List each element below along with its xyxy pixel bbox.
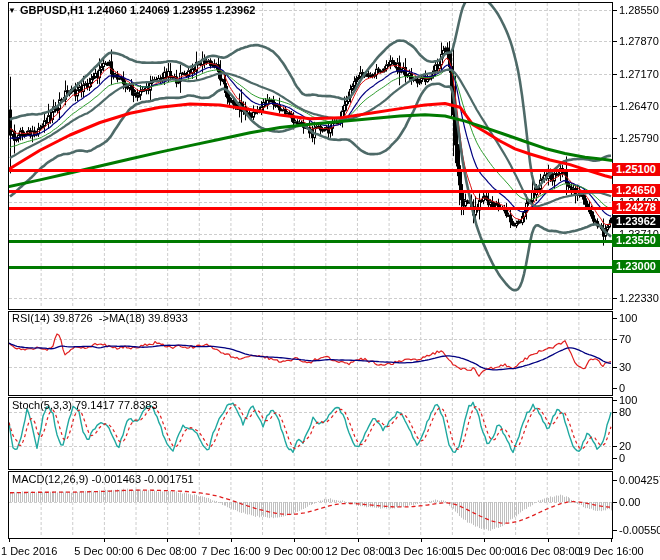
price-axis-tick: 1.26470 bbox=[619, 100, 659, 112]
price-axis-tick: 1.28550 bbox=[619, 4, 659, 16]
time-axis-label: 6 Dec 08:00 bbox=[137, 545, 196, 557]
rsi-axis-tick: 70 bbox=[619, 333, 631, 345]
chart-title-bar: ▼GBPUSD,H1 1.24060 1.24069 1.23955 1.239… bbox=[8, 4, 255, 16]
macd-axis-tick: 0.004257 bbox=[619, 474, 660, 486]
stoch-axis-tick: 20 bbox=[619, 440, 631, 452]
time-axis-label: 5 Dec 00:00 bbox=[74, 545, 133, 557]
time-axis-label: 1 Dec 2016 bbox=[1, 545, 57, 557]
macd-axis-tick: 0.00 bbox=[619, 496, 640, 508]
symbol-ohlc-text: GBPUSD,H1 1.24060 1.24069 1.23955 1.2396… bbox=[20, 4, 255, 16]
chart-window: ▼GBPUSD,H1 1.24060 1.24069 1.23955 1.239… bbox=[0, 0, 660, 560]
rsi-pane-title: RSI(14) 39.8726 ->MA(18) 39.8933 bbox=[12, 312, 188, 324]
price-axis-tick: 1.27170 bbox=[619, 68, 659, 80]
price-badge-1.24278: 1.24278 bbox=[612, 201, 660, 214]
price-badge-1.24650: 1.24650 bbox=[612, 184, 660, 197]
price-axis-tick: 1.25790 bbox=[619, 132, 659, 144]
symbol-dropdown-icon[interactable]: ▼ bbox=[8, 6, 16, 15]
time-axis-label: 9 Dec 00:00 bbox=[264, 545, 323, 557]
macd-axis-tick: -0.005507 bbox=[619, 524, 660, 536]
time-axis-label: 16 Dec 08:00 bbox=[515, 545, 580, 557]
price-badge-1.23000: 1.23000 bbox=[612, 260, 660, 273]
price-badge-1.23962: 1.23962 bbox=[612, 215, 660, 228]
price-axis-tick: 1.27870 bbox=[619, 35, 659, 47]
stoch-axis-tick: 0 bbox=[619, 452, 625, 464]
rsi-axis-tick: 0 bbox=[619, 382, 625, 394]
price-badge-1.25100: 1.25100 bbox=[612, 163, 660, 176]
time-axis-label: 13 Dec 16:00 bbox=[388, 545, 453, 557]
time-axis-label: 7 Dec 16:00 bbox=[201, 545, 260, 557]
price-badge-1.23550: 1.23550 bbox=[612, 234, 660, 247]
stoch-axis-tick: 100 bbox=[619, 394, 637, 406]
macd-pane-title: MACD(12,26,9) -0.001463 -0.001751 bbox=[12, 473, 194, 485]
time-axis-label: 19 Dec 16:00 bbox=[578, 545, 643, 557]
time-axis-label: 15 Dec 00:00 bbox=[451, 545, 516, 557]
rsi-axis-tick: 100 bbox=[619, 312, 637, 324]
stoch-pane-title: Stoch(5,3,3) 79.1417 77.8383 bbox=[12, 399, 158, 411]
rsi-axis-tick: 30 bbox=[619, 361, 631, 373]
price-axis-tick: 1.22330 bbox=[619, 292, 659, 304]
stoch-axis-tick: 80 bbox=[619, 406, 631, 418]
time-axis-label: 12 Dec 08:00 bbox=[325, 545, 390, 557]
